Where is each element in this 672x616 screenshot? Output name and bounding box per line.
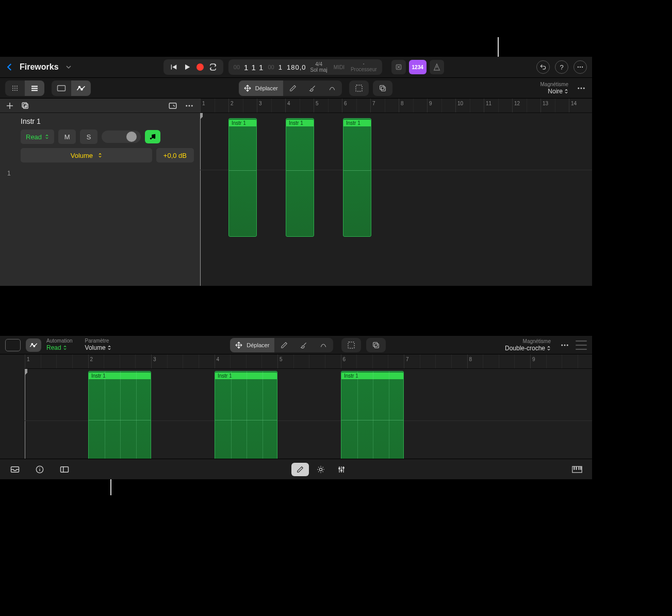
project-menu-caret[interactable]: [66, 64, 71, 70]
ruler-tick: 7: [404, 354, 409, 368]
tracks-pane: 1 Instr 1 Read M S: [0, 98, 592, 286]
svg-point-29: [578, 87, 579, 89]
marquee-tool-button-b[interactable]: [341, 338, 361, 352]
move-tool-label-b: Déplacer: [247, 342, 269, 348]
metronome-button[interactable]: 1234: [409, 60, 427, 74]
ruler-tick: 14: [569, 99, 577, 112]
brush-tool-button[interactable]: [303, 80, 322, 96]
parameter-db-value[interactable]: +0,0 dB: [156, 148, 194, 163]
snap-top-control[interactable]: Magnétisme Noire: [540, 82, 568, 95]
countin-button[interactable]: [391, 60, 406, 74]
region[interactable]: Instr 1: [341, 371, 404, 459]
svg-point-41: [191, 105, 193, 106]
settings-icon[interactable]: [312, 463, 330, 476]
pan-slider-thumb[interactable]: [126, 132, 137, 142]
more-header-button[interactable]: [573, 60, 587, 74]
instrument-icon[interactable]: [145, 130, 160, 143]
svg-rect-45: [348, 342, 354, 348]
automation-mode-control[interactable]: Automation Read: [46, 338, 73, 351]
solo-button[interactable]: S: [80, 129, 97, 144]
lcd-display[interactable]: 00 1 1 1 00 1 180,0 4/4 Sol maj MIDI • P…: [228, 59, 382, 75]
ruler-tick: 1: [200, 99, 205, 112]
grid-view-button[interactable]: [5, 80, 25, 96]
automation-view-button[interactable]: [71, 80, 91, 96]
ruler-tick: [555, 99, 557, 112]
automation-param-control[interactable]: Paramètre Volume: [85, 338, 111, 351]
region-label: Instr 1: [215, 372, 277, 379]
automation-more-button[interactable]: [559, 339, 570, 351]
automation-mode-select[interactable]: Read: [21, 129, 54, 144]
cycle-button[interactable]: [209, 63, 217, 71]
svg-point-12: [14, 86, 15, 87]
ruler-tick: 10: [455, 99, 463, 112]
copy-tool-button-b[interactable]: [366, 338, 386, 352]
playhead[interactable]: [200, 113, 201, 286]
edit-mode-button[interactable]: [291, 463, 309, 476]
pan-slider[interactable]: [102, 131, 141, 143]
ruler-tick: [328, 99, 330, 112]
track-view-button[interactable]: [168, 101, 177, 110]
region[interactable]: Instr 1: [286, 118, 314, 237]
duplicate-track-button[interactable]: [21, 101, 30, 110]
playhead-bottom[interactable]: [25, 369, 25, 459]
timeline-bottom[interactable]: 123456789 Instr 1Instr 1Instr 1: [25, 354, 592, 459]
curve-tool-button-b[interactable]: [314, 338, 333, 352]
move-tool-button[interactable]: Déplacer: [239, 80, 283, 96]
help-button[interactable]: ?: [555, 60, 568, 74]
svg-point-18: [14, 90, 15, 91]
ruler-tick: 2: [228, 99, 234, 112]
svg-line-62: [318, 467, 319, 467]
pencil-tool-button-b[interactable]: [274, 338, 294, 352]
panel-icon[interactable]: [56, 463, 73, 476]
snap-bottom-control[interactable]: Magnétisme Double-croche: [505, 338, 551, 352]
inbox-icon[interactable]: [6, 463, 24, 476]
info-icon[interactable]: [31, 463, 48, 476]
toolbar-more-button[interactable]: [576, 83, 587, 94]
automation-pane: 123456789 Instr 1Instr 1Instr 1: [0, 354, 592, 459]
undo-button[interactable]: [536, 60, 550, 74]
ruler-tick: [215, 99, 217, 112]
record-button[interactable]: [196, 63, 204, 71]
pencil-tool-button[interactable]: [283, 80, 303, 96]
ruler-tick: [527, 99, 529, 112]
copy-tool-button[interactable]: [373, 80, 392, 96]
ruler-top[interactable]: 1234567891011121314: [200, 99, 592, 113]
lcd-position: 1 1 1: [244, 63, 264, 72]
back-button[interactable]: [5, 62, 14, 72]
piano-icon[interactable]: [568, 463, 586, 476]
ruler-tick: 8: [467, 354, 472, 368]
brush-tool-button-b[interactable]: [294, 338, 314, 352]
region-view-button[interactable]: [52, 80, 71, 96]
track-header[interactable]: 1 Instr 1 Read M S: [0, 113, 200, 168]
region[interactable]: Instr 1: [228, 118, 257, 237]
region[interactable]: Instr 1: [215, 371, 277, 459]
region-label: Instr 1: [89, 372, 151, 379]
parameter-select[interactable]: Volume: [21, 148, 152, 163]
marquee-tool-button[interactable]: [349, 80, 369, 96]
svg-point-39: [186, 105, 187, 106]
automation-param-label: Paramètre: [85, 338, 111, 344]
region[interactable]: Instr 1: [343, 118, 371, 237]
track-more-button[interactable]: [184, 100, 195, 111]
project-name[interactable]: Fireworks: [20, 62, 59, 72]
timeline-top[interactable]: 1234567891011121314 Instr 1Instr 1Instr …: [200, 99, 592, 286]
svg-rect-74: [576, 466, 577, 470]
pane-resize-grip[interactable]: [576, 341, 587, 350]
transport-controls: [163, 59, 223, 75]
snap-top-value: Noire: [548, 88, 563, 95]
mute-button[interactable]: M: [58, 129, 76, 144]
mixer-icon[interactable]: [333, 463, 350, 476]
region[interactable]: Instr 1: [88, 371, 151, 459]
automation-region-toggle[interactable]: [5, 339, 21, 351]
svg-point-71: [343, 467, 345, 468]
rewind-button[interactable]: [170, 63, 178, 71]
ruler-bottom[interactable]: 123456789: [25, 354, 592, 369]
tuner-button[interactable]: [430, 60, 444, 74]
move-tool-button-b[interactable]: Déplacer: [230, 338, 274, 352]
curve-tool-button[interactable]: [322, 80, 342, 96]
add-track-button[interactable]: [5, 101, 14, 110]
automation-curve-view-button[interactable]: [26, 338, 41, 352]
list-view-button[interactable]: [25, 80, 44, 96]
region-label: Instr 1: [229, 120, 256, 126]
play-button[interactable]: [183, 63, 191, 71]
